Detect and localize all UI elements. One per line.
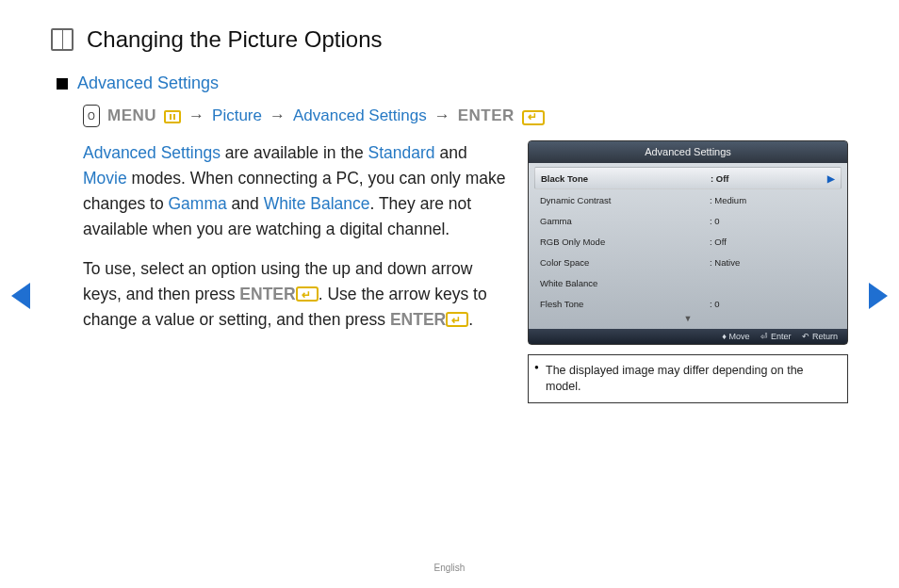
footer-return: ↶ Return bbox=[802, 332, 838, 341]
term-white-balance: White Balance bbox=[264, 194, 370, 213]
row-value: : 0 bbox=[710, 216, 766, 226]
panel-row-rgb-only[interactable]: RGB Only Mode : Off bbox=[534, 231, 842, 252]
row-value: : Off bbox=[711, 173, 767, 184]
panel-row-white-balance[interactable]: White Balance bbox=[534, 272, 842, 293]
arrow-sep-icon: → bbox=[434, 106, 450, 125]
arrow-sep-icon: → bbox=[270, 106, 286, 125]
row-value: : Native bbox=[710, 257, 766, 268]
page-title: Changing the Picture Options bbox=[87, 26, 383, 53]
panel-row-gamma[interactable]: Gamma : 0 bbox=[534, 210, 842, 231]
term-enter: ENTER bbox=[239, 285, 295, 303]
row-label: Flesh Tone bbox=[540, 299, 710, 309]
term-movie: Movie bbox=[83, 169, 127, 188]
panel-row-flesh-tone[interactable]: Flesh Tone : 0 bbox=[534, 293, 842, 314]
row-value: : Off bbox=[710, 237, 766, 247]
row-label: White Balance bbox=[540, 278, 710, 288]
square-bullet-icon bbox=[57, 78, 68, 90]
footer-language: English bbox=[0, 563, 899, 573]
enter-chip-icon bbox=[522, 110, 545, 125]
row-label: Color Space bbox=[540, 257, 710, 268]
row-label: Gamma bbox=[540, 216, 710, 226]
next-page-arrow[interactable] bbox=[869, 283, 888, 309]
row-label: Black Tone bbox=[541, 173, 711, 184]
panel-body: Black Tone : Off ▶ Dynamic Contrast : Me… bbox=[529, 163, 847, 329]
enter-chip-icon bbox=[296, 286, 319, 302]
term-gamma: Gamma bbox=[168, 194, 226, 213]
panel-row-dynamic-contrast[interactable]: Dynamic Contrast : Medium bbox=[534, 189, 842, 210]
footer-move: ♦ Move bbox=[722, 332, 749, 341]
settings-panel: Advanced Settings Black Tone : Off ▶ Dyn… bbox=[528, 140, 848, 345]
arrow-sep-icon: → bbox=[188, 106, 204, 125]
prev-page-arrow[interactable] bbox=[11, 283, 30, 309]
panel-row-black-tone[interactable]: Black Tone : Off ▶ bbox=[534, 167, 842, 189]
row-value: : Medium bbox=[710, 195, 766, 205]
term-enter: ENTER bbox=[390, 310, 446, 329]
panel-row-color-space[interactable]: Color Space : Native bbox=[534, 252, 842, 272]
panel-title: Advanced Settings bbox=[529, 141, 847, 163]
menu-label: MENU bbox=[107, 106, 156, 125]
enter-label: ENTER bbox=[458, 106, 515, 125]
menu-chip-icon bbox=[164, 110, 181, 123]
body-text: Advanced Settings are available in the S… bbox=[83, 140, 509, 346]
book-icon bbox=[51, 28, 74, 51]
scroll-down-icon[interactable]: ▼ bbox=[534, 314, 842, 327]
row-label: RGB Only Mode bbox=[540, 237, 710, 247]
caret-right-icon: ▶ bbox=[827, 173, 835, 184]
term-advanced-settings: Advanced Settings bbox=[83, 143, 221, 162]
section-heading: Advanced Settings bbox=[77, 74, 219, 93]
panel-footer: ♦ Move ⏎ Enter ↶ Return bbox=[529, 329, 847, 344]
enter-chip-icon bbox=[446, 312, 468, 327]
path-picture: Picture bbox=[212, 106, 262, 125]
term-standard: Standard bbox=[368, 143, 435, 162]
footer-enter: ⏎ Enter bbox=[760, 332, 791, 341]
path-advanced: Advanced Settings bbox=[293, 106, 427, 125]
note-box: The displayed image may differ depending… bbox=[528, 354, 848, 403]
row-value: : 0 bbox=[710, 299, 766, 309]
navigation-path: O MENU → Picture → Advanced Settings → E… bbox=[83, 105, 848, 127]
row-label: Dynamic Contrast bbox=[540, 195, 710, 205]
remote-icon: O bbox=[83, 105, 100, 127]
